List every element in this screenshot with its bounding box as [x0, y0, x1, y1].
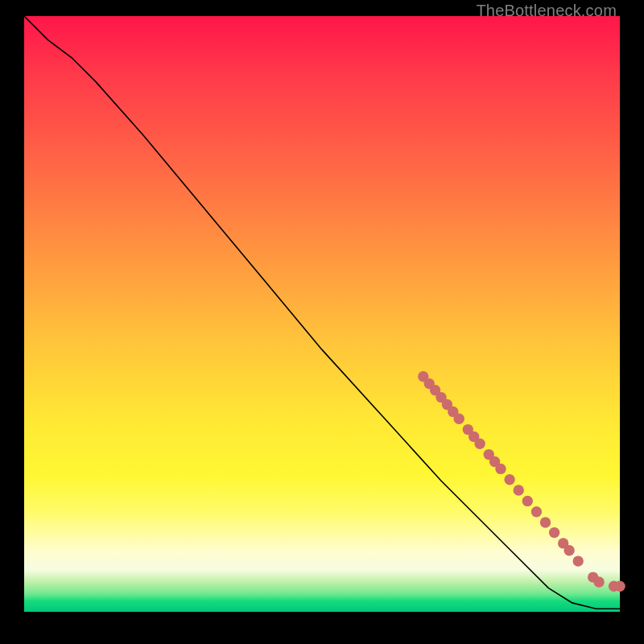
bottleneck-curve [24, 16, 620, 609]
data-point [549, 527, 559, 538]
data-point [454, 414, 464, 424]
data-point [531, 506, 542, 517]
data-point [522, 496, 533, 506]
data-point [474, 439, 485, 449]
data-point [593, 576, 604, 587]
data-point [495, 464, 506, 474]
data-point [504, 474, 514, 485]
chart-svg [24, 16, 620, 612]
data-point [573, 555, 584, 566]
data-points-group [418, 371, 625, 592]
data-point [614, 581, 625, 592]
plot-area [24, 16, 620, 612]
data-point [540, 517, 551, 527]
chart-frame: TheBottleneck.com [0, 0, 644, 644]
data-point [514, 485, 524, 495]
data-point [564, 545, 574, 555]
